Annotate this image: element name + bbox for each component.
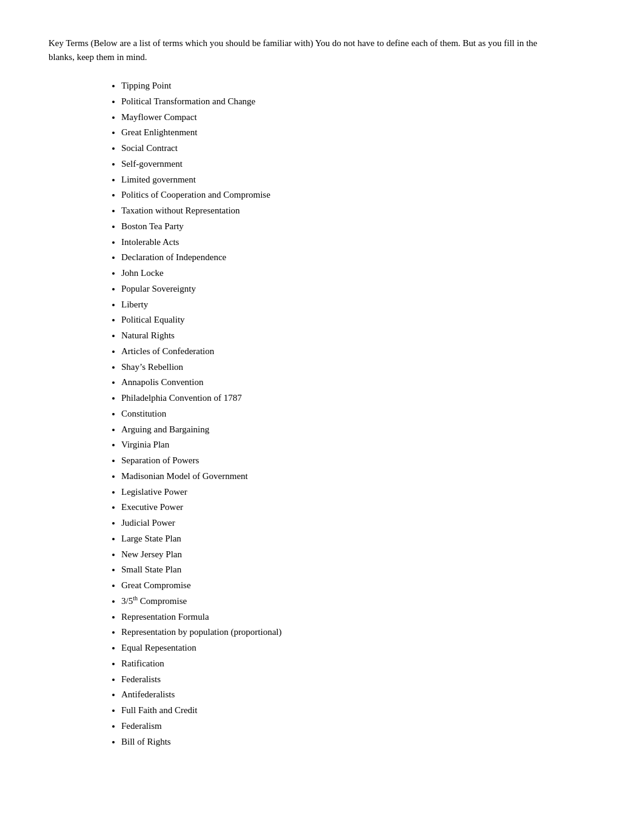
list-item: Articles of Confederation <box>121 344 595 359</box>
list-item: Representation by population (proportion… <box>121 625 595 640</box>
list-item: Shay’s Rebellion <box>121 360 595 375</box>
list-item: Executive Power <box>121 500 595 515</box>
list-item: Limited government <box>121 172 595 187</box>
list-item: Federalists <box>121 672 595 687</box>
list-item: New Jersey Plan <box>121 547 595 562</box>
list-item: Federalism <box>121 719 595 734</box>
list-item: Social Contract <box>121 141 595 156</box>
list-item: Virginia Plan <box>121 437 595 452</box>
intro-paragraph: Key Terms (Below are a list of terms whi… <box>49 36 546 64</box>
list-item: Taxation without Representation <box>121 203 595 218</box>
list-item: Mayflower Compact <box>121 110 595 125</box>
list-item: Boston Tea Party <box>121 219 595 234</box>
list-item: Political Transformation and Change <box>121 94 595 109</box>
list-item: Ratification <box>121 656 595 671</box>
list-item: Intolerable Acts <box>121 235 595 250</box>
list-item: Arguing and Bargaining <box>121 422 595 437</box>
list-item: Natural Rights <box>121 328 595 343</box>
list-item: 3/5th Compromise <box>121 594 595 609</box>
list-item: Madisonian Model of Government <box>121 469 595 484</box>
list-item: Legislative Power <box>121 485 595 500</box>
list-item: Great Enlightenment <box>121 125 595 140</box>
list-item: Politics of Cooperation and Compromise <box>121 187 595 203</box>
list-item: Judicial Power <box>121 515 595 531</box>
list-item: Representation Formula <box>121 609 595 625</box>
list-item: Constitution <box>121 406 595 421</box>
list-item: Great Compromise <box>121 578 595 593</box>
list-item: Tipping Point <box>121 78 595 93</box>
list-item: Annapolis Convention <box>121 375 595 390</box>
list-item: Political Equality <box>121 312 595 327</box>
list-item: Self-government <box>121 156 595 172</box>
key-terms-list: Tipping PointPolitical Transformation an… <box>49 78 595 749</box>
list-item: John Locke <box>121 266 595 281</box>
list-item: Declaration of Independence <box>121 250 595 265</box>
list-item: Small State Plan <box>121 562 595 577</box>
list-item: Bill of Rights <box>121 734 595 749</box>
list-item: Large State Plan <box>121 531 595 546</box>
list-item: Liberty <box>121 297 595 312</box>
list-item: Full Faith and Credit <box>121 703 595 718</box>
list-item: Antifederalists <box>121 687 595 702</box>
list-item: Equal Repesentation <box>121 640 595 656</box>
list-item: Philadelphia Convention of 1787 <box>121 391 595 406</box>
list-item: Popular Sovereignty <box>121 281 595 297</box>
list-item: Separation of Powers <box>121 453 595 468</box>
